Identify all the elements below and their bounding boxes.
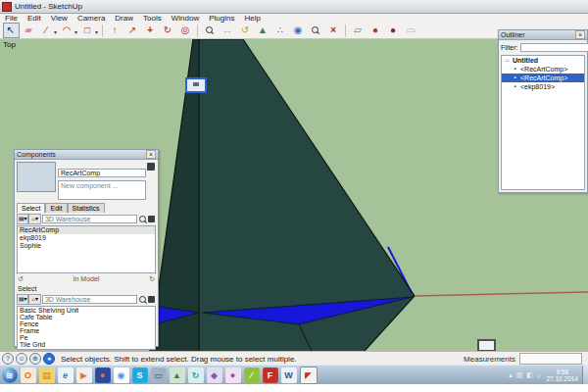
taskbar-cube-app-icon[interactable]: ◆	[207, 368, 222, 383]
taskbar-clock[interactable]: 9:58 27.10.2014	[546, 368, 578, 382]
close-icon[interactable]: ×	[146, 150, 156, 159]
taskbar-media-player-icon[interactable]: ▶	[76, 368, 92, 383]
taskbar-internet-explorer-icon[interactable]: e	[58, 368, 74, 383]
outliner-item[interactable]: ▪ <ekp8019>	[502, 82, 584, 91]
position-camera-tool-icon[interactable]: ▲	[255, 23, 271, 38]
list-item[interactable]: Sophie	[18, 242, 155, 250]
outliner-item[interactable]: ▪ <RecArtComp>	[502, 65, 584, 74]
taskbar-remote-desktop-icon[interactable]: ▭	[151, 368, 167, 383]
filter-input[interactable]	[520, 43, 588, 52]
list-item[interactable]: RecArtComp	[18, 226, 155, 234]
warehouse-search-input[interactable]	[42, 295, 137, 304]
taskbar-explorer-icon[interactable]: ▤	[39, 368, 55, 383]
arc-dropdown-icon[interactable]: ▾	[74, 28, 77, 35]
taskbar-skype-icon[interactable]: S	[132, 368, 148, 383]
geolocation-icon[interactable]: ⊕	[29, 353, 41, 365]
list-item[interactable]: Pe	[18, 334, 155, 341]
tray-hidden-icons[interactable]: ▴	[509, 371, 513, 379]
taskbar-word-icon[interactable]: W	[281, 368, 297, 383]
title-bar[interactable]: Untitled - SketchUp	[0, 0, 588, 14]
taskbar-sync-icon[interactable]: ↻	[188, 368, 204, 383]
zoom-window-tool-icon[interactable]	[202, 23, 219, 38]
extension-warehouse-tool-icon[interactable]: ●	[385, 23, 402, 38]
pan-tool-icon[interactable]: ↔	[220, 23, 236, 38]
view-options-icon[interactable]: ▤▾	[17, 294, 28, 305]
offset-tool-icon[interactable]: ◎	[177, 23, 194, 38]
component-description-input[interactable]: New component ...	[58, 180, 146, 200]
menu-camera[interactable]: Camera	[73, 14, 110, 23]
rectangle-tool-icon[interactable]: □	[79, 23, 96, 38]
taskbar-notes-icon[interactable]: ∕	[244, 368, 260, 383]
outliner-item-selected[interactable]: ▪ <RecArtComp>	[502, 74, 584, 82]
search-icon[interactable]	[138, 295, 147, 305]
taskbar-viewer-icon[interactable]: ▲	[170, 368, 185, 383]
walk-tool-icon[interactable]: ∴	[272, 23, 289, 38]
view-options-icon[interactable]: ▤▾	[17, 214, 28, 224]
nav-forward-icon[interactable]: ↻	[149, 275, 155, 283]
menu-help[interactable]: Help	[239, 14, 265, 23]
taskbar-media-app-icon[interactable]: ●	[225, 368, 241, 383]
look-around-tool-icon[interactable]: ◉	[290, 23, 307, 38]
secondary-pane-icon[interactable]	[147, 163, 155, 171]
eraser-tool-icon[interactable]: ▰	[21, 23, 37, 38]
start-button[interactable]: ⊞	[2, 368, 18, 383]
zoom-tool-icon[interactable]	[308, 23, 324, 38]
line-tool-icon[interactable]: ∕	[38, 23, 55, 38]
taskbar-chrome-icon[interactable]: ◉	[114, 368, 129, 383]
menu-file[interactable]: File	[0, 14, 23, 23]
line-dropdown-icon[interactable]: ▾	[54, 28, 57, 35]
menu-plugins[interactable]: Plugins	[204, 14, 239, 23]
show-desktop-button[interactable]	[582, 366, 588, 385]
list-item[interactable]: ekp8019	[18, 234, 155, 242]
search-icon[interactable]	[138, 215, 147, 224]
menu-edit[interactable]: Edit	[23, 14, 46, 23]
measurements-input[interactable]	[519, 353, 582, 365]
outliner-titlebar[interactable]: Outliner ×	[499, 30, 587, 40]
tab-select[interactable]: Select	[17, 203, 45, 213]
taskbar-outlook-icon[interactable]: O	[21, 368, 36, 383]
in-model-home-icon[interactable]: ⌂▾	[28, 214, 40, 224]
model-info-tool-icon[interactable]: ▭	[403, 23, 419, 38]
taskbar-pdf-reader-icon[interactable]: F	[263, 368, 278, 383]
credits-icon[interactable]: ☺	[16, 353, 27, 365]
push-pull-tool-icon[interactable]: ↑	[107, 23, 123, 38]
list-item[interactable]: Frame	[18, 327, 155, 334]
orbit-tool-icon[interactable]: ↺	[237, 23, 254, 38]
tray-network-icon[interactable]: ◧	[526, 371, 533, 379]
list-item[interactable]: Cafe Table	[18, 314, 155, 320]
select-tool-icon[interactable]: ↖	[3, 23, 20, 38]
menu-tools[interactable]: Tools	[138, 14, 167, 23]
tray-volume-icon[interactable]: ♪	[537, 372, 541, 379]
taskbar-firefox-icon[interactable]: ●	[95, 368, 111, 383]
follow-me-tool-icon[interactable]: ↗	[124, 23, 141, 38]
arc-tool-icon[interactable]: ◠	[59, 23, 75, 38]
tab-statistics[interactable]: Statistics	[68, 203, 105, 213]
rotate-tool-icon[interactable]: ↻	[160, 23, 176, 38]
collections-home-icon[interactable]: ⌂▾	[28, 294, 40, 305]
add-location-tool-icon[interactable]: ●	[368, 23, 384, 38]
warehouse-search-input[interactable]	[42, 215, 137, 223]
section-plane-tool-icon[interactable]: ▱	[350, 23, 367, 38]
menu-draw[interactable]: Draw	[110, 14, 138, 23]
menu-window[interactable]: Window	[167, 14, 204, 23]
outliner-root-row[interactable]: ⌂ Untitled	[502, 56, 584, 65]
list-item[interactable]: Tile Grid	[18, 341, 155, 348]
component-name-input[interactable]	[58, 169, 146, 177]
model-status-icon[interactable]: ●	[43, 353, 55, 365]
components-dialog-titlebar[interactable]: Components ×	[15, 150, 158, 160]
help-icon[interactable]: ?	[2, 353, 14, 365]
move-tool-icon[interactable]: +	[142, 23, 159, 38]
search-options-icon[interactable]	[148, 296, 155, 303]
menu-view[interactable]: View	[46, 14, 73, 23]
zoom-extents-tool-icon[interactable]: ×	[325, 23, 342, 38]
list-item[interactable]: Fence	[18, 320, 155, 327]
small-ground-component[interactable]	[478, 340, 495, 351]
rectangle-dropdown-icon[interactable]: ▾	[95, 28, 98, 35]
list-item[interactable]: Basic Shelving Unit	[18, 307, 155, 314]
close-icon[interactable]: ×	[575, 30, 585, 39]
taskbar-sketchup-icon-active[interactable]: ◤	[300, 367, 318, 384]
tray-display-icon[interactable]: ▥	[516, 371, 523, 379]
collection-components-list: Basic Shelving Unit Cafe Table Fence Fra…	[17, 306, 156, 350]
tab-edit[interactable]: Edit	[45, 203, 67, 213]
search-options-icon[interactable]	[148, 216, 155, 222]
